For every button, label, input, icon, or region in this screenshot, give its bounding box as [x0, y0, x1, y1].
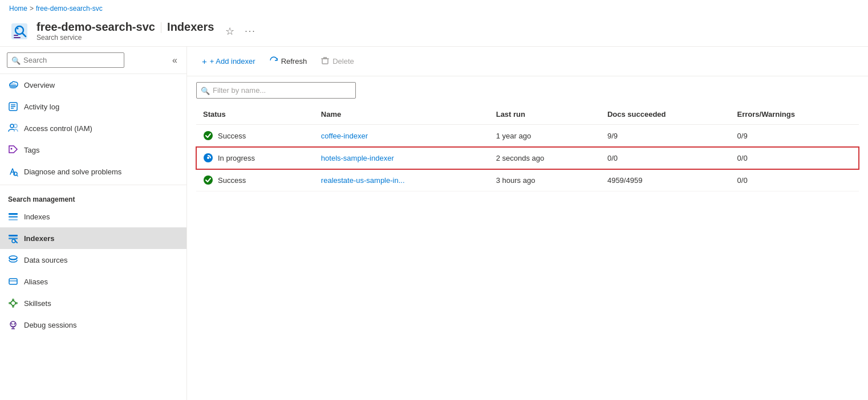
- indexer-name-link[interactable]: coffee-indexer: [321, 132, 368, 140]
- debug-sessions-icon: [8, 320, 18, 330]
- sidebar-item-tags[interactable]: Tags: [0, 139, 186, 161]
- service-name: free-demo-search-svc: [36, 21, 155, 34]
- sidebar-item-diagnose[interactable]: Diagnose and solve problems: [0, 161, 186, 182]
- collapse-button[interactable]: «: [170, 53, 180, 68]
- header-title: free-demo-search-svc | Indexers Search s…: [36, 21, 214, 42]
- sidebar-label-diagnose: Diagnose and solve problems: [24, 168, 121, 176]
- svg-rect-20: [9, 235, 18, 236]
- svg-rect-25: [9, 279, 17, 284]
- filter-input[interactable]: [196, 82, 356, 99]
- sidebar-item-aliases[interactable]: Aliases: [0, 271, 186, 292]
- row-status-cell: Success: [196, 125, 314, 147]
- svg-rect-39: [322, 59, 328, 64]
- page-header: free-demo-search-svc | Indexers Search s…: [0, 17, 868, 47]
- svg-point-29: [12, 305, 14, 308]
- more-options-button[interactable]: ···: [241, 25, 259, 38]
- sidebar: 🔍 « Overview Activity log: [0, 47, 187, 400]
- table-header-row: Status Name Last run Docs succeeded Erro…: [196, 104, 859, 125]
- main-layout: 🔍 « Overview Activity log: [0, 47, 868, 400]
- sidebar-item-indexers[interactable]: Indexers: [0, 227, 186, 249]
- indexers-table: Status Name Last run Docs succeeded Erro…: [196, 104, 859, 191]
- search-management-title: Search management: [0, 187, 186, 206]
- sidebar-label-access-control: Access control (IAM): [24, 124, 92, 133]
- header-actions: ☆ ···: [223, 24, 259, 39]
- svg-point-3: [17, 27, 19, 29]
- row-status-cell: Success: [196, 169, 314, 191]
- row-last-run-cell: 3 hours ago: [489, 169, 601, 191]
- sidebar-item-access-control[interactable]: Access control (IAM): [0, 117, 186, 139]
- breadcrumb: Home > free-demo-search-svc: [0, 0, 868, 17]
- sidebar-item-activity-log[interactable]: Activity log: [0, 96, 186, 117]
- refresh-button[interactable]: Refresh: [263, 52, 313, 70]
- breadcrumb-home[interactable]: Home: [9, 5, 27, 13]
- svg-line-33: [11, 323, 12, 324]
- sidebar-label-indexers: Indexers: [24, 234, 54, 243]
- diagnose-icon: [8, 166, 18, 177]
- row-name-cell: coffee-indexer: [314, 125, 489, 147]
- svg-rect-4: [14, 35, 18, 36]
- sidebar-label-activity-log: Activity log: [24, 103, 59, 111]
- data-sources-icon: [8, 255, 18, 265]
- refresh-label: Refresh: [281, 57, 307, 66]
- cloud-icon: [8, 80, 18, 90]
- row-docs-succeeded-cell: 9/9: [601, 125, 731, 147]
- indexes-icon: [8, 211, 18, 222]
- sidebar-nav: Overview Activity log Access control (IA…: [0, 74, 186, 400]
- row-status-cell: In progress: [196, 147, 314, 169]
- sidebar-item-indexes[interactable]: Indexes: [0, 206, 186, 227]
- add-icon: +: [202, 56, 207, 66]
- page-heading: free-demo-search-svc | Indexers: [36, 21, 214, 34]
- refresh-icon: [269, 56, 278, 67]
- delete-button[interactable]: Delete: [315, 52, 360, 70]
- svg-rect-17: [9, 213, 18, 215]
- col-status: Status: [196, 104, 314, 125]
- sidebar-label-aliases: Aliases: [24, 277, 48, 286]
- sidebar-label-data-sources: Data sources: [24, 256, 68, 264]
- sidebar-item-debug-sessions[interactable]: Debug sessions: [0, 314, 186, 336]
- indexer-name-link[interactable]: hotels-sample-indexer: [321, 154, 394, 162]
- sidebar-item-overview[interactable]: Overview: [0, 74, 186, 96]
- page-section-title: Indexers: [167, 21, 214, 34]
- aliases-icon: [8, 276, 18, 287]
- search-wrapper: 🔍: [7, 52, 167, 68]
- delete-label: Delete: [332, 57, 354, 66]
- col-errors-warnings: Errors/Warnings: [731, 104, 859, 125]
- main-content: + + Add indexer Refresh Delete 🔍: [187, 47, 868, 400]
- filter-bar: 🔍: [187, 76, 868, 104]
- breadcrumb-current[interactable]: free-demo-search-svc: [36, 5, 103, 13]
- svg-line-34: [14, 323, 15, 324]
- sidebar-label-debug-sessions: Debug sessions: [24, 321, 77, 329]
- row-docs-succeeded-cell: 4959/4959: [601, 169, 731, 191]
- iam-icon: [8, 123, 18, 133]
- svg-point-14: [11, 148, 13, 150]
- toolbar: + + Add indexer Refresh Delete: [187, 47, 868, 76]
- delete-icon: [321, 56, 330, 67]
- favorite-button[interactable]: ☆: [223, 24, 237, 39]
- svg-point-35: [11, 324, 13, 325]
- svg-point-46: [207, 157, 209, 159]
- svg-point-36: [14, 324, 15, 325]
- row-docs-succeeded-cell: 0/0: [601, 147, 731, 169]
- sidebar-label-indexes: Indexes: [24, 213, 50, 221]
- breadcrumb-separator: >: [30, 5, 34, 13]
- sidebar-divider: [0, 185, 186, 185]
- success-status-icon: [203, 130, 213, 141]
- svg-point-31: [15, 302, 18, 304]
- indexers-table-container: Status Name Last run Docs succeeded Erro…: [187, 104, 868, 400]
- row-status-text: Success: [218, 176, 246, 185]
- filter-wrapper: 🔍: [196, 82, 356, 99]
- sidebar-item-skillsets[interactable]: Skillsets: [0, 292, 186, 314]
- table-row: Success coffee-indexer 1 year ago 9/9 0/…: [196, 125, 859, 147]
- table-row: Success realestate-us-sample-in... 3 hou…: [196, 169, 859, 191]
- search-input[interactable]: [7, 52, 124, 68]
- indexer-name-link[interactable]: realestate-us-sample-in...: [321, 176, 405, 185]
- sidebar-label-overview: Overview: [24, 81, 55, 89]
- svg-point-24: [9, 256, 17, 259]
- col-last-run: Last run: [489, 104, 601, 125]
- sidebar-search-area: 🔍 «: [0, 47, 186, 74]
- add-indexer-button[interactable]: + + Add indexer: [196, 53, 261, 70]
- svg-rect-7: [10, 85, 17, 88]
- sidebar-item-data-sources[interactable]: Data sources: [0, 249, 186, 271]
- sidebar-label-skillsets: Skillsets: [24, 299, 51, 308]
- row-name-cell: hotels-sample-indexer: [314, 147, 489, 169]
